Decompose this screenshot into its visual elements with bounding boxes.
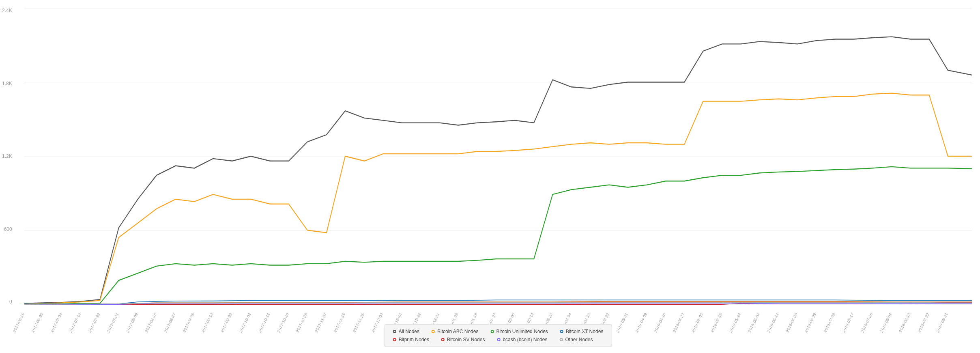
bcash-nodes-icon xyxy=(497,338,500,341)
legend-row-2: Bitprim Nodes Bitcoin SV Nodes bcash (bc… xyxy=(393,337,593,342)
x-label-4: 2017-07-22 xyxy=(88,312,101,334)
xt-nodes-icon xyxy=(560,330,563,333)
bitcoin-abc-line xyxy=(24,93,972,304)
x-label-39: 2018-06-02 xyxy=(747,312,760,334)
x-label-42: 2018-06-29 xyxy=(804,312,817,334)
x-label-33: 2018-04-09 xyxy=(635,312,648,334)
legend-sv-nodes-label: Bitcoin SV Nodes xyxy=(447,337,485,342)
x-label-34: 2018-04-18 xyxy=(653,312,666,333)
x-label-10: 2017-09-14 xyxy=(201,312,214,333)
bitprim-nodes-icon xyxy=(393,338,396,341)
legend-bcash-nodes-label: bcash (bcoin) Nodes xyxy=(503,337,547,342)
y-axis-labels: 2.4K 1.8K 1.2K 600 0 xyxy=(2,8,12,304)
x-label-15: 2017-10-29 xyxy=(295,312,308,334)
x-label-7: 2017-08-18 xyxy=(144,312,157,333)
bitcoin-unlimited-line xyxy=(24,167,972,304)
x-label-14: 2017-10-20 xyxy=(276,312,289,333)
x-label-11: 2017-09-23 xyxy=(220,312,233,333)
legend-sv-nodes: Bitcoin SV Nodes xyxy=(441,337,485,342)
x-label-1: 2017-06-25 xyxy=(31,312,44,333)
x-label-12: 2017-10-02 xyxy=(239,312,251,334)
legend-xt-nodes: Bitcoin XT Nodes xyxy=(560,329,604,334)
y-label-2400: 2.4K xyxy=(2,8,12,13)
x-label-37: 2018-05-15 xyxy=(710,312,723,333)
legend-bitprim-nodes: Bitprim Nodes xyxy=(393,337,429,342)
x-label-45: 2018-07-26 xyxy=(860,312,873,333)
x-label-19: 2017-12-04 xyxy=(371,312,384,333)
legend-abc-nodes: Bitcoin ABC Nodes xyxy=(432,329,478,334)
chart-svg: 2017-06-16 2017-06-25 2017-07-04 2017-07… xyxy=(24,8,972,304)
x-label-48: 2018-08-22 xyxy=(917,312,930,334)
x-label-41: 2018-06-20 xyxy=(785,312,798,333)
y-label-1800: 1.8K xyxy=(2,81,12,86)
x-label-35: 2018-04-27 xyxy=(672,312,685,334)
legend-unlimited-nodes-label: Bitcoin Unlimited Nodes xyxy=(496,329,548,334)
x-label-46: 2018-08-04 xyxy=(879,312,892,333)
y-label-600: 600 xyxy=(4,227,12,232)
x-label-47: 2018-08-13 xyxy=(898,312,911,333)
legend-other-nodes: Other Nodes xyxy=(559,337,593,342)
x-label-3: 2017-07-13 xyxy=(69,312,82,333)
y-label-0: 0 xyxy=(9,299,12,304)
unlimited-nodes-icon xyxy=(490,330,494,333)
x-label-44: 2018-07-17 xyxy=(842,312,855,334)
legend-container: All Nodes Bitcoin ABC Nodes Bitcoin Unli… xyxy=(385,324,612,347)
sv-nodes-icon xyxy=(441,338,445,341)
legend-all-nodes-label: All Nodes xyxy=(399,329,419,334)
chart-area: 2.4K 1.8K 1.2K 600 0 xyxy=(24,8,972,304)
legend-unlimited-nodes: Bitcoin Unlimited Nodes xyxy=(490,329,548,334)
other-nodes-icon xyxy=(559,338,563,341)
x-label-9: 2017-09-05 xyxy=(182,312,195,333)
x-label-5: 2017-07-31 xyxy=(106,312,119,334)
chart-container: 2.4K 1.8K 1.2K 600 0 xyxy=(0,0,980,353)
x-label-0: 2017-06-16 xyxy=(12,312,25,333)
x-label-36: 2018-05-06 xyxy=(691,312,704,333)
x-label-2: 2017-07-04 xyxy=(50,312,63,333)
legend-row-1: All Nodes Bitcoin ABC Nodes Bitcoin Unli… xyxy=(393,329,604,334)
x-label-8: 2017-08-27 xyxy=(163,312,176,334)
legend-bitprim-nodes-label: Bitprim Nodes xyxy=(399,337,429,342)
all-nodes-icon xyxy=(393,330,396,333)
legend-xt-nodes-label: Bitcoin XT Nodes xyxy=(566,329,604,334)
x-label-32: 2018-03-31 xyxy=(616,312,629,334)
x-label-18: 2017-11-25 xyxy=(352,312,365,333)
x-label-17: 2017-11-16 xyxy=(333,312,346,333)
y-label-1200: 1.2K xyxy=(2,154,12,159)
x-label-38: 2018-05-24 xyxy=(729,312,741,333)
abc-nodes-icon xyxy=(432,330,435,333)
x-label-13: 2017-10-11 xyxy=(258,312,271,334)
x-label-43: 2018-07-08 xyxy=(823,312,836,333)
x-label-16: 2017-11-07 xyxy=(314,312,327,334)
legend-abc-nodes-label: Bitcoin ABC Nodes xyxy=(437,329,478,334)
legend-all-nodes: All Nodes xyxy=(393,329,419,334)
legend-other-nodes-label: Other Nodes xyxy=(565,337,593,342)
x-label-40: 2018-06-11 xyxy=(767,312,780,334)
x-label-49: 2018-08-31 xyxy=(936,312,949,334)
x-label-6: 2017-08-09 xyxy=(126,312,139,334)
legend-bcash-nodes: bcash (bcoin) Nodes xyxy=(497,337,547,342)
